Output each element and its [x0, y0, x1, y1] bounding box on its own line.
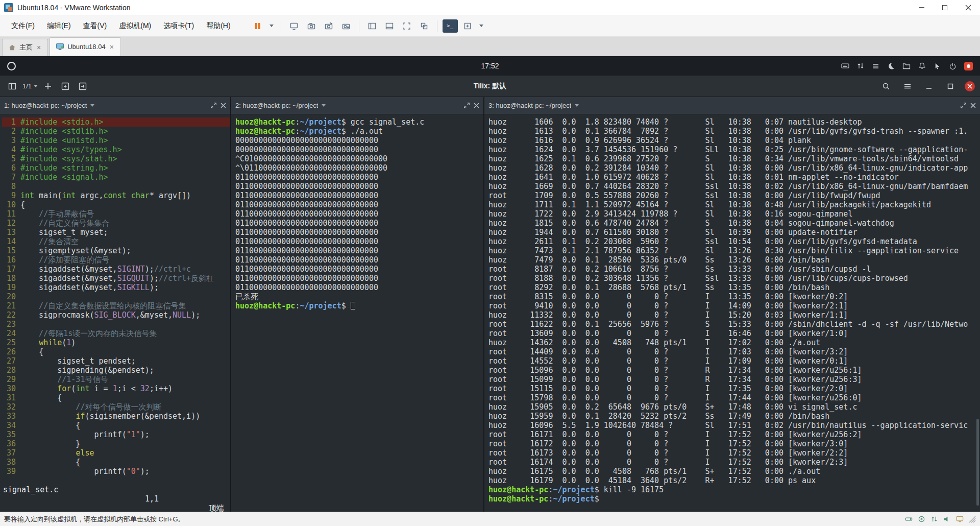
tab-home[interactable]: 主页 × — [2, 39, 48, 56]
revert-snapshot-button[interactable] — [321, 19, 336, 33]
pane-3-close-button[interactable] — [970, 103, 976, 108]
vim-position: 顶端 — [209, 504, 224, 512]
terminal-line: 0000000000000000000000000000000 — [235, 136, 483, 145]
app-menu-button[interactable] — [900, 79, 915, 93]
terminal-line: huoz 14362 0.0 0.0 4508 748 pts/1 T 17:0… — [488, 338, 980, 347]
vim-line: 25 while(1) — [2, 338, 230, 347]
tilix-restore-button[interactable] — [943, 79, 958, 93]
tab-ubuntu[interactable]: Ubuntu18.04 × — [50, 37, 121, 56]
vim-line: 18 sigaddset(&myset,SIGQUIT);//ctrl+反斜杠 — [2, 274, 230, 283]
close-button[interactable] — [957, 0, 980, 15]
terminal-2[interactable]: huoz@hackt-pc:~/project$ gcc signal_set.… — [231, 114, 483, 512]
minimize-icon — [926, 83, 932, 89]
vim-line: 20 — [2, 292, 230, 301]
hdd-device-icon[interactable] — [905, 515, 913, 523]
fullscreen-button[interactable] — [399, 19, 414, 33]
suspend-menu-button[interactable] — [267, 19, 276, 33]
terminal-line: root 16174 0.0 0.0 0 0 ? I 17:52 0:00 [k… — [488, 458, 980, 467]
pane-1-titlebar[interactable]: 1: huoz@hackt-pc: ~/project — [0, 97, 230, 114]
terminal-line: 0110000000000000000000000000000 — [235, 255, 483, 265]
terminal-line: 0110000000000000000000000000000 — [235, 200, 483, 209]
terminal-line: huoz 7473 0.1 2.1 787956 86352 ? Sl 13:2… — [488, 246, 980, 255]
profile-icon — [79, 82, 87, 90]
terminal-line: huoz 11332 0.0 0.0 0 0 ? I 15:20 0:03 [k… — [488, 310, 980, 320]
suspend-icon — [254, 22, 261, 30]
tilix-headerbar: Tilix: 默认 1/1 — [0, 76, 980, 97]
terminal-line: huoz 16175 0.0 0.0 4508 768 pts/1 S+ 17:… — [488, 467, 980, 476]
pane-3-maximize-button[interactable] — [960, 102, 967, 109]
terminal-line: huoz@hackt-pc:~/project$ kill -9 16175 — [488, 485, 980, 494]
menu-vm[interactable]: 虚拟机(M) — [113, 18, 157, 34]
manage-snapshots-button[interactable] — [338, 19, 354, 33]
vim-line: 16 //添加要阻塞的信号 — [2, 255, 230, 265]
session-sidebar-button[interactable] — [5, 79, 19, 93]
tilix-minimize-button[interactable] — [922, 79, 936, 93]
free-stretch-menu-button[interactable] — [477, 19, 485, 33]
terminal-line: huoz 1606 0.0 1.8 823480 74040 ? Sl 10:3… — [488, 117, 980, 127]
menu-help[interactable]: 帮助(H) — [200, 18, 236, 34]
profile-button[interactable] — [76, 79, 90, 93]
tab-home-close[interactable]: × — [36, 44, 41, 51]
show-library-button[interactable] — [364, 19, 380, 33]
new-window-button[interactable] — [58, 79, 72, 93]
console-view-button[interactable]: >_ — [443, 19, 458, 33]
pane-2-close-button[interactable] — [474, 103, 479, 108]
free-stretch-button[interactable] — [460, 19, 475, 33]
vim-line: 33 if(sigismember(&pendset,i)) — [2, 412, 230, 421]
send-ctrl-alt-del-button[interactable] — [286, 19, 302, 33]
search-icon — [882, 82, 890, 90]
vim-line: 13 sigset_t myset; — [2, 228, 230, 237]
pane-2-maximize-button[interactable] — [463, 102, 470, 109]
vim-line: 6#include <string.h> — [2, 163, 230, 173]
pane-2-titlebar[interactable]: 2: huoz@hackt-pc: ~/project — [231, 97, 483, 114]
terminal-line: root 13609 0.0 0.0 0 0 ? I 16:46 0:00 [k… — [488, 329, 980, 338]
menu-tabs[interactable]: 选项卡(T) — [157, 18, 200, 34]
sound-device-icon[interactable] — [943, 515, 951, 523]
terminal-line: huoz 7479 0.0 0.1 28500 5336 pts/0 Ss 13… — [488, 255, 980, 265]
terminal-3[interactable]: huoz 1606 0.0 1.8 823480 74040 ? Sl 10:3… — [484, 114, 980, 512]
close-icon — [967, 84, 972, 89]
new-window-icon — [61, 82, 69, 90]
vim-line: 36 } — [2, 439, 230, 448]
take-snapshot-button[interactable] — [304, 19, 319, 33]
terminal-line: 0110000000000000000000000000000 — [235, 237, 483, 246]
terminal-line: huoz 1616 0.0 0.9 626996 36524 ? Sl 10:3… — [488, 136, 980, 145]
tilix-close-button[interactable] — [965, 81, 975, 91]
pane-1-close-button[interactable] — [220, 103, 226, 108]
terminal-line: 0110000000000000000000000000000 — [235, 283, 483, 292]
status-hint: 要将输入定向到该虚拟机，请在虚拟机内部单击或按 Ctrl+G。 — [4, 515, 185, 524]
search-button[interactable] — [879, 79, 893, 93]
terminal-1[interactable]: 1#include <stdio.h>2#include <stdlib.h>3… — [0, 114, 230, 512]
menu-edit[interactable]: 编辑(E) — [41, 18, 77, 34]
cdrom-device-icon[interactable] — [918, 515, 925, 523]
chevron-down-icon — [575, 104, 579, 107]
show-thumbnail-bar-button[interactable] — [382, 19, 397, 33]
vim-line: 8 — [2, 182, 230, 191]
pane-3-titlebar[interactable]: 3: huoz@hackt-pc: ~/project — [484, 97, 980, 114]
add-terminal-button[interactable] — [41, 79, 55, 93]
menu-file[interactable]: 文件(F) — [5, 18, 41, 34]
menu-view[interactable]: 查看(V) — [77, 18, 113, 34]
terminal-line: huoz 15959 0.0 0.1 28420 5232 pts/2 Ss 1… — [488, 412, 980, 421]
restore-button[interactable] — [933, 0, 957, 15]
terminal-line: root 16173 0.0 0.0 0 0 ? I 17:52 0:00 [k… — [488, 448, 980, 458]
minimize-icon — [919, 7, 924, 8]
resize-grip[interactable] — [969, 516, 976, 523]
vim-line: 39 printf("0"); — [2, 467, 230, 476]
close-icon — [970, 103, 976, 108]
session-counter-button[interactable]: 1/1 — [22, 79, 38, 93]
vmware-menubar: 文件(F) 编辑(E) 查看(V) 虚拟机(M) 选项卡(T) 帮助(H) — [0, 15, 980, 37]
panel-clock[interactable]: 17:52 — [0, 62, 980, 70]
terminal-line: huoz@hackt-pc:~/project$ ./a.out — [235, 127, 483, 136]
terminal-line: 0000000000000000000000000000000 — [235, 145, 483, 154]
unity-mode-button[interactable] — [416, 19, 432, 33]
suspend-button[interactable] — [250, 19, 265, 33]
terminal-line: root 1709 0.0 0.5 557888 20260 ? Ssl 10:… — [488, 191, 980, 200]
minimize-button[interactable] — [910, 0, 933, 15]
display-device-icon[interactable] — [956, 515, 964, 523]
pane-1-maximize-button[interactable] — [210, 102, 217, 109]
tab-ubuntu-close[interactable]: × — [109, 43, 114, 51]
network-device-icon[interactable] — [930, 515, 938, 523]
scrollbar-thumb[interactable] — [976, 419, 979, 506]
vim-line: 35 printf("1"); — [2, 430, 230, 439]
